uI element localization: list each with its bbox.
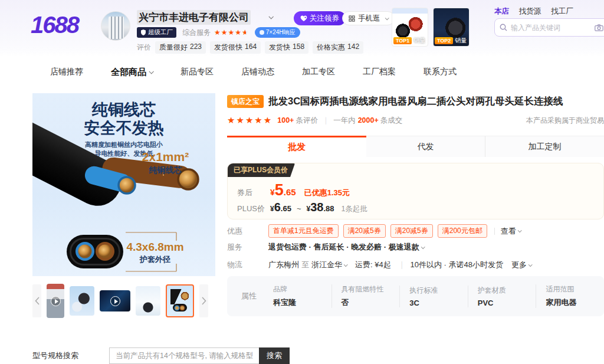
review-tag[interactable]: 价格实惠142 xyxy=(313,41,363,54)
final-price: 5 xyxy=(275,182,284,198)
review-label: 评价 xyxy=(137,42,151,53)
spec-search-label: 型号规格搜索 xyxy=(32,350,109,361)
thumbnail-video-3[interactable] xyxy=(100,290,130,311)
shop-treasure-badge: 镇店之宝 xyxy=(227,95,264,108)
chevron-down-icon[interactable] xyxy=(268,14,273,19)
spec-search-input[interactable] xyxy=(109,347,259,364)
store-search-box[interactable] xyxy=(494,18,604,37)
image-headline: 纯铜线芯 安全不发热 xyxy=(32,101,215,137)
store-badges: 超级工厂 综合服务 ★★★★★★ 7×24H响应 xyxy=(137,27,300,38)
logistics-row: 物流 广东梅州 至 浙江金华 运费: ¥4起 ｜ 10件以内 · 承诺48小时发… xyxy=(227,260,604,270)
store-rating-stars: ★★★★★★ xyxy=(214,28,249,37)
attribute-flame-retardant: 具有阻燃特性 否 xyxy=(331,284,400,308)
product-rating-row: ★★★★★ 100+ 条评价 ｜ 一年内 2000+ 条成交 本产品采购属于商业… xyxy=(227,114,604,126)
scope-tab-this-store[interactable]: 本店 xyxy=(494,6,509,17)
mobile-view-button[interactable]: 手机逛 xyxy=(342,11,395,25)
thumbnail-video-1[interactable] xyxy=(47,284,64,318)
nav-item-recommend[interactable]: 店铺推荐 xyxy=(50,67,83,77)
store-avatar-image xyxy=(109,17,124,39)
thumbnail-strip xyxy=(32,282,222,320)
store-avatar[interactable] xyxy=(101,11,130,41)
store-name[interactable]: 兴宁市丰进电子有限公司 xyxy=(137,10,251,25)
search-icon xyxy=(500,24,507,31)
product-title: 批发3C国标两插电源线家用电器风扇二插公头对两孔母头延长连接线 xyxy=(268,95,563,108)
response-badge: 7×24H响应 xyxy=(255,27,300,38)
scope-tab-find-factory[interactable]: 找工厂 xyxy=(552,6,574,17)
site-logo-1688[interactable]: 1688 xyxy=(31,12,78,38)
product-main-image[interactable]: 纯铜线芯 安全不发热 高精度加粗铜丝内芯电阻小 导电性能好、发热低 2x1mm²… xyxy=(32,93,215,276)
store-review-tags: 评价 质量很好223 发货很快164 发货快158 价格实惠142 xyxy=(137,41,367,54)
chevron-down-icon xyxy=(149,69,153,74)
ship-to-selector[interactable]: 浙江金华 xyxy=(311,260,347,270)
product-stars: ★★★★★ xyxy=(227,115,273,126)
top1-rank-badge: TOP1 xyxy=(393,37,412,44)
shipping-promise: 10件以内 · 承诺48小时发货 xyxy=(410,260,503,270)
search-input[interactable] xyxy=(511,24,591,32)
store-header: 1688 兴宁市丰进电子有限公司 超级工厂 综合服务 ★★★★★★ 7×24H响… xyxy=(0,0,604,57)
discount-note: 已优惠1.35元 xyxy=(304,188,350,198)
review-tag[interactable]: 发货很快164 xyxy=(210,41,261,54)
attribute-standard: 执行标准 3C xyxy=(399,286,468,307)
tab-dropship[interactable]: 代发 xyxy=(366,136,485,157)
coupon-tag[interactable]: 满20减5券 xyxy=(390,224,433,238)
thumbnail-image-5-selected[interactable] xyxy=(166,284,194,317)
image-spec-callout: 2x1mm² 纯铜线芯 xyxy=(132,150,199,176)
tab-wholesale[interactable]: 批发 xyxy=(227,136,366,157)
thumbnail-image-4[interactable] xyxy=(136,286,160,316)
camera-icon[interactable] xyxy=(595,24,603,31)
spec-search-row: 型号规格搜索 搜索 xyxy=(32,347,290,364)
tab-custom-processing[interactable]: 加工定制 xyxy=(485,136,604,157)
top2-product-thumbnail[interactable]: TOP2 销量 xyxy=(433,8,470,47)
top2-rank-badge: TOP2 xyxy=(435,37,453,44)
page: 1688 兴宁市丰进电子有限公司 超级工厂 综合服务 ★★★★★★ 7×24H响… xyxy=(0,0,604,364)
nav-item-all-products[interactable]: 全部商品 xyxy=(111,67,153,78)
chevron-down-icon xyxy=(344,263,348,267)
price-panel: 已享PLUS会员价 券后 ¥ 5 .65 已优惠1.35元 PLUS价 ¥ 6 … xyxy=(227,163,604,219)
review-tag[interactable]: 发货快158 xyxy=(265,41,308,54)
coupon-tag[interactable]: 满200元包邮 xyxy=(438,224,487,238)
nav-item-factory-profile[interactable]: 工厂档案 xyxy=(363,67,396,77)
service-guarantees[interactable]: 退货包运费 · 售后延长 · 晚发必赔 · 极速退款 xyxy=(268,242,424,252)
thumbnail-image-2[interactable] xyxy=(70,286,94,316)
store-navbar: 店铺推荐 全部商品 新品专区 店铺动态 加工专区 工厂档案 联系方式 xyxy=(0,57,604,87)
max-price: 38 xyxy=(310,201,323,213)
min-order-quantity: 1条起批 xyxy=(342,204,367,214)
nav-item-processing-zone[interactable]: 加工专区 xyxy=(302,67,335,77)
nav-item-contact[interactable]: 联系方式 xyxy=(424,67,457,77)
review-tag[interactable]: 质量很好223 xyxy=(155,41,206,54)
chevron-down-icon xyxy=(528,263,533,267)
heart-plus-icon xyxy=(300,15,307,22)
chevron-right-icon[interactable] xyxy=(199,284,208,317)
follow-coupon-button[interactable]: 关注领券 xyxy=(294,11,346,25)
freight-info: 运费: ¥4起 xyxy=(355,260,391,270)
chevron-left-icon[interactable] xyxy=(32,284,41,317)
scope-tab-find-goods[interactable]: 找货源 xyxy=(519,6,541,17)
chevron-down-icon xyxy=(421,245,425,249)
deal-count[interactable]: 2000+ xyxy=(358,116,379,124)
min-price: 6 xyxy=(274,201,281,213)
plus-price-row: PLUS价 ¥ 6 .65 ~ ¥ 38 .88 1条起批 xyxy=(237,201,367,214)
nav-item-store-updates[interactable]: 店铺动态 xyxy=(241,67,274,77)
factory-shield-icon xyxy=(140,29,146,35)
spec-search-button[interactable]: 搜索 xyxy=(259,347,290,364)
product-title-row: 镇店之宝 批发3C国标两插电源线家用电器风扇二插公头对两孔母头延长连接线 xyxy=(227,95,604,108)
play-icon xyxy=(100,290,130,311)
plus-member-badge: 已享PLUS会员价 xyxy=(228,163,295,177)
search-scope-tabs: 本店 找货源 找工厂 xyxy=(494,6,573,17)
offer-tabs: 批发 代发 加工定制 xyxy=(227,136,604,157)
view-coupons-link[interactable]: 查看 xyxy=(501,226,521,237)
coupon-tag[interactable]: 满20减5券 xyxy=(343,224,386,238)
grid-icon xyxy=(349,15,355,22)
ship-from: 广东梅州 xyxy=(268,260,299,270)
play-icon xyxy=(47,284,64,318)
chevron-down-icon xyxy=(517,228,521,232)
coupon-price-row: 券后 ¥ 5 .65 已优惠1.35元 xyxy=(237,182,350,198)
top1-product-thumbnail[interactable]: TOP1 销量 xyxy=(392,8,428,47)
nav-item-new-zone[interactable]: 新品专区 xyxy=(180,67,214,77)
coupon-tag[interactable]: 首单减1元且免运费 xyxy=(268,224,339,238)
service-score-label: 综合服务 xyxy=(182,28,211,38)
service-row: 服务 退货包运费 · 售后延长 · 晚发必赔 · 极速退款 xyxy=(227,242,604,252)
review-count[interactable]: 100+ xyxy=(277,116,294,124)
super-factory-badge: 超级工厂 xyxy=(137,27,176,38)
logistics-more-link[interactable]: 更多 xyxy=(511,260,531,270)
